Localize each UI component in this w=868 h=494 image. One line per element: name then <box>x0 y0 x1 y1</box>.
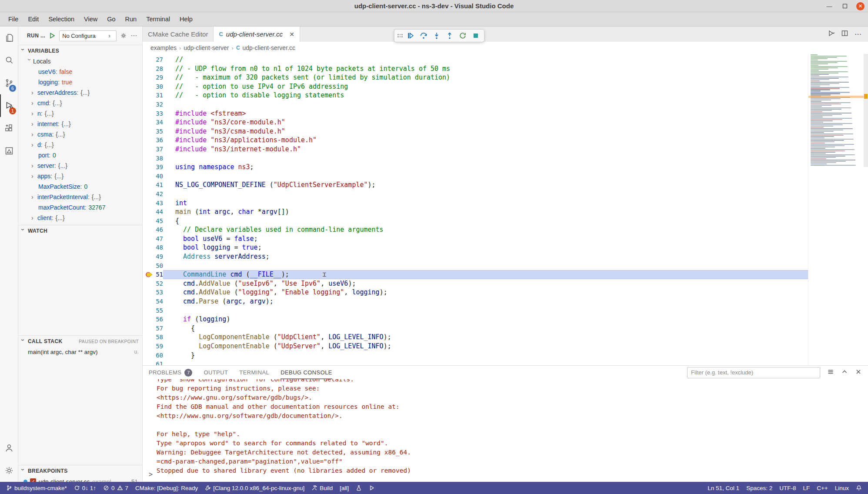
source-control-icon[interactable]: 6 <box>0 72 18 94</box>
extensions-icon[interactable] <box>0 117 18 140</box>
breadcrumb-udp-client-server[interactable]: udp-client-server <box>184 44 229 51</box>
console-more-actions-icon[interactable] <box>827 368 834 377</box>
line-number[interactable]: 35 <box>143 127 163 136</box>
maximize-icon[interactable] <box>841 2 849 10</box>
line-number[interactable]: 47 <box>143 234 163 244</box>
code-line-44[interactable]: 44main (int argc, char *argv[]) <box>143 207 868 217</box>
line-number[interactable]: 55 <box>143 306 163 315</box>
stack-frame[interactable]: main(int argc, char ** argv) u. <box>18 347 142 357</box>
tab-problems[interactable]: PROBLEMS 7 <box>149 366 192 379</box>
code-line-61[interactable]: 61 <box>143 360 868 365</box>
variable-row-interPacketInterval[interactable]: ›interPacketInterval:{...} <box>18 192 142 202</box>
menu-item-help[interactable]: Help <box>175 13 197 25</box>
launch-item[interactable] <box>365 482 378 494</box>
code-line-55[interactable]: 55 <box>143 306 868 315</box>
editor-more-actions-icon[interactable]: ⋯ <box>855 30 862 38</box>
line-number[interactable]: 45 <box>143 217 163 226</box>
line-number[interactable]: 56 <box>143 315 163 324</box>
run-more-actions-icon[interactable]: ⋯ <box>130 32 137 40</box>
indentation-item[interactable]: Spaces: 2 <box>743 485 776 491</box>
code-line-47[interactable]: 47 bool useV6 = false; <box>143 234 868 244</box>
code-editor[interactable]: 27//28// - UDP flow from n0 to n1 of 102… <box>143 54 868 365</box>
continue-button[interactable] <box>405 30 416 41</box>
variable-row-cmd[interactable]: ›cmd:{...} <box>18 98 142 108</box>
step-into-button[interactable] <box>431 30 442 41</box>
cmake-kit-item[interactable]: [Clang 12.0.0 x86_64-pc-linux-gnu] <box>201 482 308 494</box>
sync-changes-item[interactable]: 0↓ 1↑ <box>70 482 100 494</box>
step-out-button[interactable] <box>444 30 455 41</box>
variable-row-maxPacketCount[interactable]: maxPacketCount:32767 <box>18 202 142 213</box>
variable-row-n[interactable]: ›n:{...} <box>18 108 142 119</box>
run-or-debug-icon[interactable] <box>828 30 835 39</box>
variables-header[interactable]: › VARIABLES <box>18 45 142 56</box>
line-number[interactable]: 52 <box>143 279 163 288</box>
debug-console-output[interactable]: Type "show configuration" for configurat… <box>143 379 868 482</box>
variable-row-apps[interactable]: ›apps:{...} <box>18 171 142 181</box>
line-number[interactable]: 28 <box>143 64 163 73</box>
line-number[interactable]: 27 <box>143 55 163 64</box>
editor-scrollbar[interactable] <box>864 54 868 167</box>
cmake-tools-icon[interactable] <box>0 140 18 162</box>
close-icon[interactable]: ✕ <box>856 2 865 10</box>
run-gear-icon[interactable] <box>120 32 127 39</box>
watch-header[interactable]: › WATCH <box>18 225 142 236</box>
explorer-icon[interactable] <box>0 27 18 49</box>
line-number[interactable]: 46 <box>143 225 163 234</box>
code-line-36[interactable]: 36#include "ns3/applications-module.h" <box>143 136 868 145</box>
code-line-59[interactable]: 59 LogComponentEnable ("UdpServer", LOG_… <box>143 342 868 351</box>
search-icon[interactable] <box>0 49 18 72</box>
line-number[interactable]: 58 <box>143 333 163 342</box>
minimize-icon[interactable]: ― <box>825 2 834 10</box>
ctest-item[interactable] <box>352 482 365 494</box>
code-line-53[interactable]: 53 cmd.AddValue ("logging", "Enable logg… <box>143 288 868 297</box>
line-number[interactable]: 60 <box>143 351 163 360</box>
settings-gear-icon[interactable] <box>0 459 18 482</box>
code-line-38[interactable]: 38 <box>143 154 868 163</box>
line-number[interactable]: 59 <box>143 342 163 351</box>
tab-close-icon[interactable]: ✕ <box>289 31 294 38</box>
tab-cmake-cache-editor[interactable]: CMake Cache Editor <box>143 27 214 42</box>
code-line-35[interactable]: 35#include "ns3/csma-module.h" <box>143 127 868 136</box>
breakpoints-header[interactable]: › BREAKPOINTS <box>18 465 142 476</box>
encoding-item[interactable]: UTF-8 <box>776 485 799 491</box>
line-number[interactable]: 57 <box>143 324 163 333</box>
line-number[interactable]: 53 <box>143 288 163 297</box>
breakpoint-checkbox[interactable]: ✓ <box>30 478 36 482</box>
accounts-icon[interactable] <box>0 437 18 459</box>
menu-item-file[interactable]: File <box>3 13 23 25</box>
menu-item-edit[interactable]: Edit <box>23 13 43 25</box>
variable-row-useV6[interactable]: useV6:false <box>18 67 142 77</box>
build-target-item[interactable]: [all] <box>336 482 352 494</box>
code-line-51[interactable]: 51 CommandLine cmd (__FILE__); <box>143 270 868 279</box>
code-line-29[interactable]: 29// - maximum of 320 packets sent (or l… <box>143 73 868 82</box>
code-line-37[interactable]: 37#include "ns3/internet-module.h" <box>143 145 868 154</box>
debug-config-dropdown[interactable]: No Configura › <box>59 30 117 41</box>
line-number[interactable]: 33 <box>143 109 163 118</box>
line-number[interactable]: 49 <box>143 252 163 261</box>
breadcrumb-file[interactable]: udp-client-server.cc <box>243 44 295 51</box>
menu-item-view[interactable]: View <box>79 13 102 25</box>
menu-item-terminal[interactable]: Terminal <box>141 13 175 25</box>
menu-item-selection[interactable]: Selection <box>43 13 79 25</box>
problems-item[interactable]: 0 7 <box>100 482 132 494</box>
start-debug-icon[interactable] <box>49 32 56 39</box>
restart-button[interactable] <box>457 30 468 41</box>
line-number[interactable]: 41 <box>143 180 163 190</box>
eol-item[interactable]: LF <box>799 485 813 491</box>
git-branch-item[interactable]: buildsystem-cmake* <box>3 482 70 494</box>
code-line-48[interactable]: 48 bool logging = true; <box>143 243 868 252</box>
code-line-31[interactable]: 31// - option to disable logging stateme… <box>143 91 868 100</box>
breakpoint-item[interactable]: ✓ udp-client-server.cc exampl... 51 <box>18 476 142 482</box>
line-number[interactable]: 44 <box>143 207 163 217</box>
tab-udp-client-server[interactable]: C udp-client-server.cc ✕ <box>214 27 300 42</box>
code-line-41[interactable]: 41NS_LOG_COMPONENT_DEFINE ("UdpClientSer… <box>143 180 868 190</box>
line-number[interactable]: 54 <box>143 297 163 306</box>
line-number[interactable]: 48 <box>143 243 163 252</box>
code-line-50[interactable]: 50 <box>143 261 868 270</box>
code-line-28[interactable]: 28// - UDP flow from n0 to n1 of 1024 by… <box>143 64 868 73</box>
line-number[interactable]: 36 <box>143 136 163 145</box>
console-filter-input[interactable] <box>687 367 820 378</box>
code-line-40[interactable]: 40 <box>143 172 868 181</box>
tab-terminal[interactable]: TERMINAL <box>239 366 269 379</box>
variable-row-serverAddress[interactable]: ›serverAddress:{...} <box>18 87 142 98</box>
